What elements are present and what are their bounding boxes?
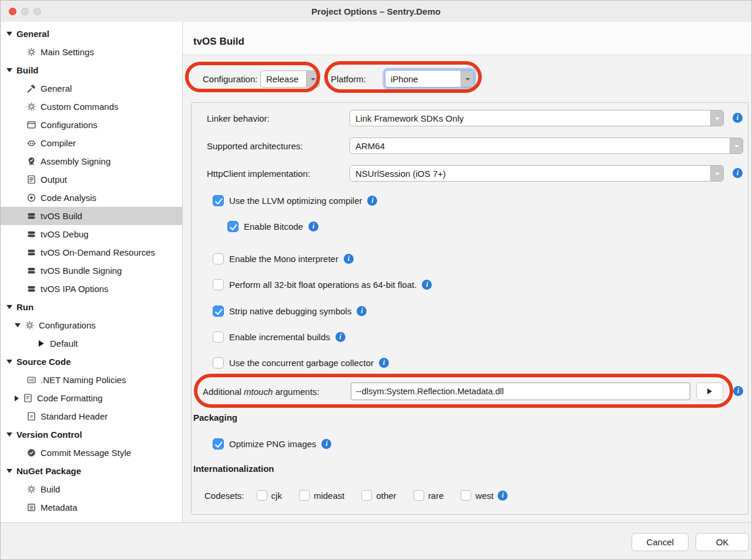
incremental-builds-checkbox[interactable] <box>213 331 224 343</box>
chevron-down-icon[interactable] <box>730 138 743 153</box>
info-icon[interactable]: i <box>321 439 331 449</box>
info-icon[interactable]: i <box>733 168 743 178</box>
supported-architectures-dropdown[interactable]: ARM64 <box>350 138 743 154</box>
sidebar-item-tvos-ipa-options[interactable]: tvOS IPA Options <box>1 280 182 298</box>
sidebar-item-general-section[interactable]: General <box>1 25 182 43</box>
info-icon[interactable]: i <box>498 491 508 501</box>
httpclient-implementation-dropdown[interactable]: NSUrlSession (iOS 7+) <box>350 165 724 182</box>
info-icon[interactable]: i <box>733 386 743 396</box>
sidebar-item-tvos-bundle-signing[interactable]: tvOS Bundle Signing <box>1 261 182 280</box>
sidebar-item-label: tvOS Build <box>41 207 82 225</box>
chevron-down-icon[interactable] <box>306 71 319 87</box>
sidebar-item-label: Custom Commands <box>41 98 119 116</box>
sidebar-item-main-settings[interactable]: Main Settings <box>1 43 182 61</box>
sidebar-item-label: Build <box>41 480 60 498</box>
platform-dropdown[interactable]: iPhone <box>385 70 474 88</box>
llvm-compiler-checkbox[interactable] <box>213 195 224 206</box>
sidebar-item-nuget-build[interactable]: Build <box>1 480 182 498</box>
tv-stack-icon <box>26 247 36 257</box>
configuration-dropdown[interactable]: Release <box>260 71 320 88</box>
sidebar-item-code-formatting[interactable]: Code Formatting <box>1 389 182 407</box>
disclosure-down-icon[interactable] <box>15 323 21 327</box>
sidebar-item-run-default[interactable]: Default <box>1 334 182 353</box>
disclosure-down-icon[interactable] <box>6 360 12 364</box>
minimize-window-button[interactable] <box>21 8 29 15</box>
sidebar-item-nuget-metadata[interactable]: Metadata <box>1 498 182 517</box>
chevron-down-icon[interactable] <box>710 110 723 126</box>
concurrent-gc-row: Use the concurrent garbage collector i <box>213 357 389 368</box>
disclosure-down-icon[interactable] <box>6 32 12 36</box>
dialog-footer: Cancel OK <box>1 522 751 559</box>
mtouch-arguments-expand-button[interactable] <box>696 383 723 400</box>
ok-button[interactable]: OK <box>696 533 749 551</box>
options-panel: tvOS Build Configuration: Release Platfo… <box>183 22 751 522</box>
sidebar-item-code-analysis[interactable]: Code Analysis <box>1 189 182 207</box>
codeset-west-checkbox[interactable] <box>461 490 471 501</box>
sidebar-item-label: NuGet Package <box>16 462 81 480</box>
tv-stack-icon <box>26 211 36 221</box>
codeset-mideast-checkbox[interactable] <box>299 490 310 501</box>
sidebar-item-compiler[interactable]: Compiler <box>1 134 182 152</box>
sidebar-item-label: Source Code <box>16 353 71 371</box>
sidebar-item-tvos-debug[interactable]: tvOS Debug <box>1 225 182 243</box>
chevron-down-icon[interactable] <box>710 166 723 181</box>
info-icon[interactable]: i <box>422 280 432 290</box>
project-options-window: Project Options – Sentry.Demo General Ma… <box>0 0 752 560</box>
play-triangle-icon <box>707 388 712 394</box>
sidebar-item-run-configurations[interactable]: Configurations <box>1 316 182 334</box>
codeset-rare-checkbox[interactable] <box>414 490 424 501</box>
info-icon[interactable]: i <box>335 332 345 342</box>
mono-interpreter-checkbox[interactable] <box>213 253 224 264</box>
packaging-heading: Packaging <box>193 413 237 422</box>
sidebar-item-net-naming-policies[interactable]: .NET Naming Policies <box>1 371 182 389</box>
info-icon[interactable]: i <box>344 254 354 264</box>
platform-value: iPhone <box>385 71 461 87</box>
enable-bitcode-label: Enable Bitcode <box>244 222 303 232</box>
sidebar-item-tvos-on-demand-resources[interactable]: tvOS On-Demand Resources <box>1 243 182 261</box>
cancel-button[interactable]: Cancel <box>632 533 689 551</box>
info-icon[interactable]: i <box>357 306 367 316</box>
disclosure-down-icon[interactable] <box>6 469 12 473</box>
gear-icon <box>26 484 36 494</box>
codeset-cjk-checkbox[interactable] <box>257 490 267 501</box>
enable-bitcode-checkbox[interactable] <box>227 221 239 232</box>
float-operations-checkbox[interactable] <box>213 279 224 290</box>
close-window-button[interactable] <box>9 8 16 15</box>
sidebar-item-source-code-section[interactable]: Source Code <box>1 353 182 371</box>
info-icon[interactable]: i <box>733 113 743 123</box>
disclosure-down-icon[interactable] <box>6 432 12 437</box>
chevron-down-icon[interactable] <box>461 71 474 87</box>
sidebar-item-commit-message-style[interactable]: Commit Message Style <box>1 444 182 462</box>
sidebar-item-tvos-build[interactable]: tvOS Build <box>1 207 182 225</box>
sidebar-item-configurations[interactable]: Configurations <box>1 116 182 134</box>
traffic-lights <box>9 8 41 15</box>
disclosure-down-icon[interactable] <box>6 68 12 72</box>
sidebar-item-nuget-package-section[interactable]: NuGet Package <box>1 462 182 480</box>
mtouch-arguments-input[interactable]: --dlsym:System.Reflection.Metadata.dll <box>351 383 690 400</box>
disclosure-right-icon[interactable] <box>15 395 19 401</box>
info-icon[interactable]: i <box>367 196 377 206</box>
sidebar-item-label: tvOS IPA Options <box>41 280 109 298</box>
sidebar-item-version-control-section[interactable]: Version Control <box>1 425 182 444</box>
sidebar-item-label: Default <box>50 334 78 353</box>
sidebar-item-build-section[interactable]: Build <box>1 61 182 79</box>
concurrent-gc-checkbox[interactable] <box>213 357 224 368</box>
title-bar[interactable]: Project Options – Sentry.Demo <box>1 1 751 22</box>
linker-behavior-dropdown[interactable]: Link Framework SDKs Only <box>350 110 724 126</box>
sidebar-item-custom-commands[interactable]: Custom Commands <box>1 98 182 116</box>
incremental-builds-row: Enable incremental builds i <box>213 331 345 343</box>
sidebar-item-run-section[interactable]: Run <box>1 298 182 316</box>
sidebar-item-output[interactable]: Output <box>1 170 182 189</box>
sidebar-item-label: Metadata <box>41 498 78 517</box>
optimize-png-checkbox[interactable] <box>213 438 224 450</box>
disclosure-down-icon[interactable] <box>6 305 12 309</box>
strip-symbols-checkbox[interactable] <box>213 306 224 317</box>
robot-icon <box>26 138 36 148</box>
sidebar-item-build-general[interactable]: General <box>1 79 182 98</box>
codeset-other-checkbox[interactable] <box>361 490 372 501</box>
info-icon[interactable]: i <box>379 358 389 368</box>
sidebar-item-assembly-signing[interactable]: Assembly Signing <box>1 152 182 170</box>
sidebar-item-standard-header[interactable]: Standard Header <box>1 407 182 425</box>
info-icon[interactable]: i <box>308 222 318 232</box>
zoom-window-button[interactable] <box>33 8 41 15</box>
